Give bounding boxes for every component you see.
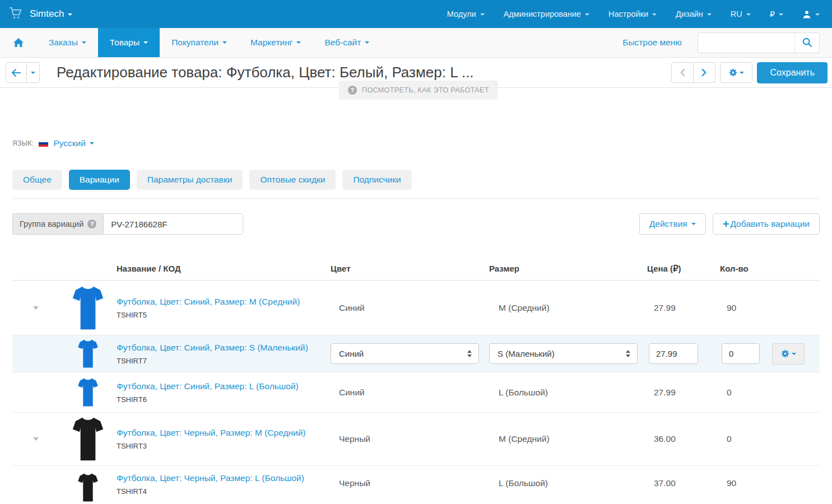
select-arrows-icon (467, 350, 472, 357)
search-input[interactable] (698, 33, 794, 53)
product-link[interactable]: Футболка, Цвет: Черный, Размер: L (Больш… (117, 472, 331, 484)
save-button[interactable]: Сохранить (757, 62, 828, 83)
main-nav: Заказы Товары Покупатели Маркетинг Веб-с… (0, 28, 832, 58)
menu-language[interactable]: RU (731, 10, 751, 18)
next-product-button[interactable] (693, 62, 715, 83)
quick-menu-link[interactable]: Быстрое меню (622, 38, 682, 48)
caret-icon (31, 72, 35, 74)
nav-orders[interactable]: Заказы (37, 28, 98, 57)
qty-value: 0 (720, 388, 765, 398)
nav-marketing[interactable]: Маркетинг (239, 28, 313, 57)
caret-icon (691, 223, 696, 225)
color-select[interactable]: Синий (331, 343, 479, 364)
color-value: Синий (331, 388, 489, 398)
nav-customers[interactable]: Покупатели (160, 28, 239, 57)
product-link[interactable]: Футболка, Цвет: Синий, Размер: M (Средни… (117, 295, 331, 308)
chevron-left-icon (680, 68, 686, 77)
expand-caret-icon[interactable] (33, 437, 39, 441)
back-button[interactable] (6, 62, 27, 83)
language-selector[interactable]: Русский (53, 138, 94, 148)
menu-design[interactable]: Дизайн (676, 10, 712, 18)
product-image[interactable] (59, 466, 117, 502)
nav-home[interactable] (0, 28, 37, 57)
search-button[interactable] (794, 33, 819, 53)
how-it-works-tooltip[interactable]: ? ПОСМОТРЕТЬ, КАК ЭТО РАБОТАЕТ (339, 81, 498, 99)
user-menu[interactable] (802, 10, 820, 18)
color-value: Синий (331, 303, 489, 313)
tab-shipping-properties[interactable]: Параметры доставки (137, 170, 243, 190)
size-select[interactable]: S (Маленький) (489, 343, 638, 364)
caret-icon (480, 13, 485, 16)
menu-administration[interactable]: Администрирование (504, 10, 589, 18)
admin-search (698, 32, 820, 53)
caret-icon (779, 13, 783, 16)
select-arrows-icon (626, 350, 630, 357)
add-variations-button[interactable]: +Добавить вариации (713, 213, 820, 235)
product-code: TSHIRT6 (117, 394, 331, 405)
product-image[interactable] (59, 284, 117, 332)
product-tabs: Общее Вариации Параметры доставки Оптовы… (12, 170, 820, 190)
column-header-color: Цвет (331, 264, 489, 273)
caret-icon (68, 13, 72, 16)
menu-settings[interactable]: Настройки (608, 10, 657, 18)
caret-icon (365, 41, 369, 44)
expand-caret-icon[interactable] (33, 306, 39, 310)
nav-products[interactable]: Товары (98, 28, 160, 57)
table-header-row: Название / КОД Цвет Размер Цена (₽) Кол-… (12, 257, 820, 281)
language-row: ЯЗЫК: Русский (12, 138, 820, 148)
nav-website[interactable]: Веб-сайт (313, 28, 381, 57)
product-image[interactable] (59, 339, 117, 368)
help-icon: ? (348, 86, 357, 95)
qty-value: 90 (720, 303, 765, 313)
product-code: TSHIRT5 (117, 310, 331, 321)
row-gear-button[interactable] (772, 343, 805, 365)
caret-icon (222, 41, 227, 44)
size-value: L (Большой) (489, 388, 647, 398)
search-icon (802, 38, 812, 48)
prev-product-button[interactable] (671, 62, 694, 83)
header-gear-button[interactable] (720, 62, 752, 83)
product-link[interactable]: Футболка, Цвет: Синий, Размер: S (Малень… (117, 341, 331, 354)
actions-button[interactable]: Действия (639, 213, 706, 235)
caret-icon (90, 142, 94, 144)
back-split-button[interactable] (26, 62, 40, 83)
price-value: 27.99 (647, 388, 720, 398)
brand-menu[interactable]: Simtech (30, 8, 72, 20)
caret-icon (652, 13, 657, 16)
product-link[interactable]: Футболка, Цвет: Черный, Размер: M (Средн… (117, 426, 331, 439)
tab-variations[interactable]: Вариации (69, 170, 130, 190)
variation-group-input[interactable] (103, 213, 243, 235)
menu-modules[interactable]: Модули (447, 10, 485, 18)
help-icon[interactable]: ? (87, 220, 96, 228)
back-arrow-icon (12, 69, 21, 77)
price-value: 27.99 (647, 303, 720, 313)
tab-general[interactable]: Общее (12, 170, 62, 190)
table-row: Футболка, Цвет: Синий, Размер: L (Большо… (12, 372, 820, 413)
tab-subscribers[interactable]: Подписчики (342, 170, 411, 190)
variation-group-label: Группа вариаций (20, 220, 83, 228)
caret-icon (746, 13, 751, 16)
variation-group-addon: Группа вариаций ? (12, 213, 103, 235)
price-input[interactable] (649, 343, 698, 364)
language-flag-icon (39, 140, 48, 147)
column-header-price: Цена (₽) (647, 264, 720, 274)
product-link[interactable]: Футболка, Цвет: Синий, Размер: L (Большо… (117, 380, 331, 393)
chevron-right-icon (701, 68, 708, 77)
gear-icon (781, 349, 789, 358)
menu-currency[interactable]: ₽ (770, 10, 783, 18)
how-it-works-label: ПОСМОТРЕТЬ, КАК ЭТО РАБОТАЕТ (362, 86, 489, 94)
topbar: Simtech Модули Администрирование Настрой… (0, 0, 832, 28)
product-image[interactable] (59, 416, 117, 462)
table-row: Футболка, Цвет: Синий, Размер: S (Малень… (12, 335, 820, 372)
qty-input[interactable] (722, 343, 760, 364)
caret-icon (585, 13, 589, 16)
home-icon (13, 38, 24, 47)
product-code: TSHIRT4 (117, 486, 331, 497)
product-image[interactable] (59, 377, 117, 407)
price-value: 37.00 (647, 466, 720, 488)
user-icon (802, 10, 811, 18)
tab-qty-discounts[interactable]: Оптовые скидки (249, 170, 336, 190)
table-row: Футболка, Цвет: Черный, Размер: L (Больш… (12, 466, 820, 504)
page-title: Редактирование товара: Футболка, Цвет: Б… (57, 64, 474, 81)
language-label: ЯЗЫК: (12, 139, 34, 147)
